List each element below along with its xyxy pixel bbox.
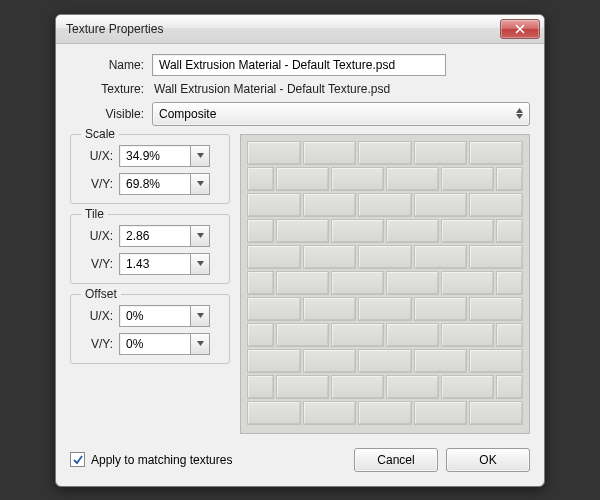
offset-ux-input[interactable] <box>119 305 190 327</box>
chevron-down-icon <box>197 341 204 346</box>
texture-preview <box>240 134 530 434</box>
offset-group: Offset U/X: V/Y: <box>70 294 230 364</box>
close-button[interactable] <box>500 19 540 39</box>
tile-group: Tile U/X: V/Y: <box>70 214 230 284</box>
texture-label: Texture: <box>70 82 152 96</box>
scale-group: Scale U/X: V/Y: <box>70 134 230 204</box>
window-title: Texture Properties <box>66 22 163 36</box>
brick-pattern <box>247 141 523 427</box>
scale-ux-stepper[interactable] <box>190 145 210 167</box>
titlebar[interactable]: Texture Properties <box>56 15 544 44</box>
name-input[interactable] <box>152 54 446 76</box>
scale-vy-label: V/Y: <box>81 177 119 191</box>
offset-vy-label: V/Y: <box>81 337 119 351</box>
offset-title: Offset <box>81 287 121 301</box>
scale-title: Scale <box>81 127 119 141</box>
apply-matching-checkbox[interactable]: Apply to matching textures <box>70 452 232 467</box>
texture-value: Wall Extrusion Material - Default Textur… <box>152 82 390 96</box>
tile-title: Tile <box>81 207 108 221</box>
tile-ux-label: U/X: <box>81 229 119 243</box>
updown-icon <box>516 108 523 119</box>
checkbox-icon <box>70 452 85 467</box>
offset-ux-stepper[interactable] <box>190 305 210 327</box>
visible-select[interactable]: Composite <box>152 102 530 126</box>
tile-ux-stepper[interactable] <box>190 225 210 247</box>
dialog-body: Name: Texture: Wall Extrusion Material -… <box>56 44 544 486</box>
tile-vy-stepper[interactable] <box>190 253 210 275</box>
visible-label: Visible: <box>70 107 152 121</box>
chevron-down-icon <box>197 313 204 318</box>
name-label: Name: <box>70 58 152 72</box>
chevron-down-icon <box>197 181 204 186</box>
offset-vy-input[interactable] <box>119 333 190 355</box>
tile-vy-label: V/Y: <box>81 257 119 271</box>
scale-ux-input[interactable] <box>119 145 190 167</box>
visible-value: Composite <box>159 107 216 121</box>
scale-vy-stepper[interactable] <box>190 173 210 195</box>
tile-vy-input[interactable] <box>119 253 190 275</box>
texture-properties-dialog: Texture Properties Name: Texture: Wall E… <box>55 14 545 487</box>
offset-ux-label: U/X: <box>81 309 119 323</box>
tile-ux-input[interactable] <box>119 225 190 247</box>
offset-vy-stepper[interactable] <box>190 333 210 355</box>
scale-ux-label: U/X: <box>81 149 119 163</box>
close-icon <box>515 24 525 34</box>
scale-vy-input[interactable] <box>119 173 190 195</box>
apply-matching-label: Apply to matching textures <box>91 453 232 467</box>
chevron-down-icon <box>197 233 204 238</box>
chevron-down-icon <box>197 153 204 158</box>
cancel-button[interactable]: Cancel <box>354 448 438 472</box>
chevron-down-icon <box>197 261 204 266</box>
ok-button[interactable]: OK <box>446 448 530 472</box>
